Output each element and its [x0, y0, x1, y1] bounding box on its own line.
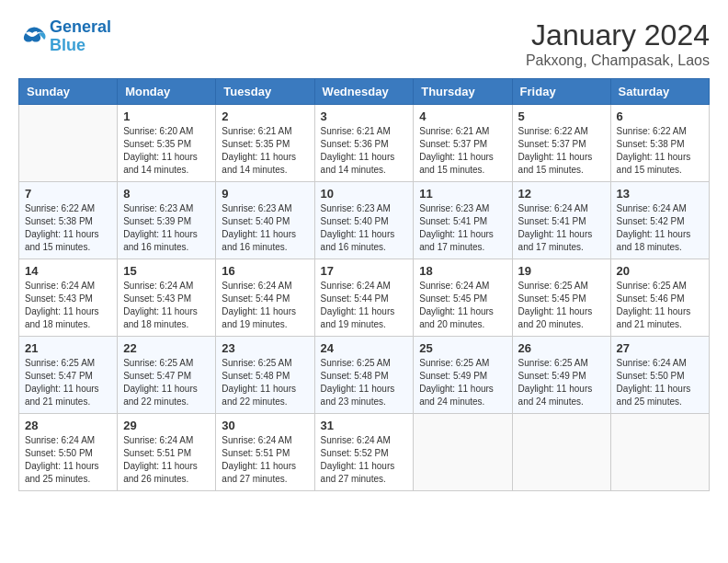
day-number: 24: [321, 341, 408, 355]
calendar-cell: 7Sunrise: 6:22 AM Sunset: 5:38 PM Daylig…: [19, 182, 118, 259]
day-info: Sunrise: 6:22 AM Sunset: 5:37 PM Dayligh…: [518, 125, 605, 177]
logo-text: General Blue: [50, 18, 111, 55]
day-info: Sunrise: 6:21 AM Sunset: 5:37 PM Dayligh…: [419, 125, 506, 177]
calendar-cell: 1Sunrise: 6:20 AM Sunset: 5:35 PM Daylig…: [118, 105, 216, 182]
calendar-week-row: 1Sunrise: 6:20 AM Sunset: 5:35 PM Daylig…: [19, 105, 710, 182]
calendar-week-row: 7Sunrise: 6:22 AM Sunset: 5:38 PM Daylig…: [19, 182, 710, 259]
day-number: 30: [222, 419, 308, 432]
weekday-header-monday: Monday: [118, 79, 216, 105]
day-info: Sunrise: 6:23 AM Sunset: 5:39 PM Dayligh…: [123, 202, 210, 254]
day-number: 31: [321, 419, 408, 432]
calendar-cell: 5Sunrise: 6:22 AM Sunset: 5:37 PM Daylig…: [512, 105, 610, 182]
day-number: 14: [25, 264, 111, 278]
calendar-cell: 26Sunrise: 6:25 AM Sunset: 5:49 PM Dayli…: [512, 337, 610, 414]
calendar-cell: 10Sunrise: 6:23 AM Sunset: 5:40 PM Dayli…: [314, 182, 414, 259]
day-number: 17: [321, 264, 408, 278]
calendar-cell: 9Sunrise: 6:23 AM Sunset: 5:40 PM Daylig…: [216, 182, 314, 259]
day-info: Sunrise: 6:25 AM Sunset: 5:49 PM Dayligh…: [419, 357, 506, 408]
weekday-header-row: SundayMondayTuesdayWednesdayThursdayFrid…: [19, 79, 710, 105]
calendar-cell: 23Sunrise: 6:25 AM Sunset: 5:48 PM Dayli…: [216, 337, 314, 414]
day-info: Sunrise: 6:24 AM Sunset: 5:42 PM Dayligh…: [617, 202, 703, 254]
day-info: Sunrise: 6:25 AM Sunset: 5:45 PM Dayligh…: [518, 280, 605, 331]
day-number: 21: [25, 341, 111, 355]
day-number: 28: [25, 419, 111, 432]
calendar-cell: [610, 414, 709, 491]
day-info: Sunrise: 6:24 AM Sunset: 5:50 PM Dayligh…: [25, 434, 111, 486]
day-info: Sunrise: 6:24 AM Sunset: 5:52 PM Dayligh…: [321, 434, 408, 486]
calendar-cell: 31Sunrise: 6:24 AM Sunset: 5:52 PM Dayli…: [314, 414, 414, 491]
title-block: January 2024 Pakxong, Champasak, Laos: [526, 18, 710, 69]
calendar-cell: 18Sunrise: 6:24 AM Sunset: 5:45 PM Dayli…: [414, 259, 512, 337]
day-number: 9: [222, 187, 308, 201]
logo-icon: [18, 24, 46, 50]
calendar-cell: 14Sunrise: 6:24 AM Sunset: 5:43 PM Dayli…: [19, 259, 118, 337]
day-number: 27: [617, 341, 703, 355]
day-info: Sunrise: 6:25 AM Sunset: 5:47 PM Dayligh…: [25, 357, 111, 408]
day-number: 6: [617, 109, 703, 123]
calendar-cell: 27Sunrise: 6:24 AM Sunset: 5:50 PM Dayli…: [610, 337, 709, 414]
day-info: Sunrise: 6:24 AM Sunset: 5:43 PM Dayligh…: [25, 280, 111, 331]
calendar-cell: 15Sunrise: 6:24 AM Sunset: 5:43 PM Dayli…: [118, 259, 216, 337]
day-number: 11: [419, 187, 506, 201]
calendar-cell: 4Sunrise: 6:21 AM Sunset: 5:37 PM Daylig…: [414, 105, 512, 182]
calendar-cell: 25Sunrise: 6:25 AM Sunset: 5:49 PM Dayli…: [414, 337, 512, 414]
calendar-cell: 21Sunrise: 6:25 AM Sunset: 5:47 PM Dayli…: [19, 337, 118, 414]
weekday-header-saturday: Saturday: [610, 79, 709, 105]
calendar-week-row: 21Sunrise: 6:25 AM Sunset: 5:47 PM Dayli…: [19, 337, 710, 414]
weekday-header-sunday: Sunday: [19, 79, 118, 105]
page-header: General Blue January 2024 Pakxong, Champ…: [18, 18, 710, 69]
day-info: Sunrise: 6:24 AM Sunset: 5:44 PM Dayligh…: [222, 280, 308, 331]
weekday-header-friday: Friday: [512, 79, 610, 105]
day-info: Sunrise: 6:23 AM Sunset: 5:41 PM Dayligh…: [419, 202, 506, 254]
day-number: 16: [222, 264, 308, 278]
day-info: Sunrise: 6:22 AM Sunset: 5:38 PM Dayligh…: [25, 202, 111, 254]
day-info: Sunrise: 6:25 AM Sunset: 5:49 PM Dayligh…: [518, 357, 605, 408]
day-number: 8: [123, 187, 210, 201]
day-number: 13: [617, 187, 703, 201]
day-number: 25: [419, 341, 506, 355]
day-number: 19: [518, 264, 605, 278]
calendar-cell: 6Sunrise: 6:22 AM Sunset: 5:38 PM Daylig…: [610, 105, 709, 182]
day-info: Sunrise: 6:21 AM Sunset: 5:36 PM Dayligh…: [321, 125, 408, 177]
calendar-cell: 29Sunrise: 6:24 AM Sunset: 5:51 PM Dayli…: [118, 414, 216, 491]
weekday-header-thursday: Thursday: [414, 79, 512, 105]
day-number: 3: [321, 109, 408, 123]
day-number: 10: [321, 187, 408, 201]
day-number: 4: [419, 109, 506, 123]
day-info: Sunrise: 6:24 AM Sunset: 5:50 PM Dayligh…: [617, 357, 703, 408]
calendar-cell: 19Sunrise: 6:25 AM Sunset: 5:45 PM Dayli…: [512, 259, 610, 337]
calendar-cell: 24Sunrise: 6:25 AM Sunset: 5:48 PM Dayli…: [314, 337, 414, 414]
calendar-week-row: 28Sunrise: 6:24 AM Sunset: 5:50 PM Dayli…: [19, 414, 710, 491]
calendar-cell: 3Sunrise: 6:21 AM Sunset: 5:36 PM Daylig…: [314, 105, 414, 182]
day-info: Sunrise: 6:20 AM Sunset: 5:35 PM Dayligh…: [123, 125, 210, 177]
day-number: 15: [123, 264, 210, 278]
calendar-cell: 11Sunrise: 6:23 AM Sunset: 5:41 PM Dayli…: [414, 182, 512, 259]
day-number: 2: [222, 109, 308, 123]
calendar-cell: 17Sunrise: 6:24 AM Sunset: 5:44 PM Dayli…: [314, 259, 414, 337]
calendar-cell: 28Sunrise: 6:24 AM Sunset: 5:50 PM Dayli…: [19, 414, 118, 491]
day-info: Sunrise: 6:25 AM Sunset: 5:47 PM Dayligh…: [123, 357, 210, 408]
day-info: Sunrise: 6:24 AM Sunset: 5:43 PM Dayligh…: [123, 280, 210, 331]
calendar-cell: 8Sunrise: 6:23 AM Sunset: 5:39 PM Daylig…: [118, 182, 216, 259]
day-number: 7: [25, 187, 111, 201]
day-number: 18: [419, 264, 506, 278]
day-number: 1: [123, 109, 210, 123]
calendar-cell: 12Sunrise: 6:24 AM Sunset: 5:41 PM Dayli…: [512, 182, 610, 259]
day-info: Sunrise: 6:25 AM Sunset: 5:48 PM Dayligh…: [222, 357, 308, 408]
month-year-title: January 2024: [526, 18, 710, 52]
day-info: Sunrise: 6:24 AM Sunset: 5:51 PM Dayligh…: [222, 434, 308, 486]
calendar-cell: [512, 414, 610, 491]
calendar-cell: 2Sunrise: 6:21 AM Sunset: 5:35 PM Daylig…: [216, 105, 314, 182]
logo: General Blue: [18, 18, 111, 55]
day-info: Sunrise: 6:21 AM Sunset: 5:35 PM Dayligh…: [222, 125, 308, 177]
calendar-cell: 22Sunrise: 6:25 AM Sunset: 5:47 PM Dayli…: [118, 337, 216, 414]
day-info: Sunrise: 6:23 AM Sunset: 5:40 PM Dayligh…: [321, 202, 408, 254]
calendar-cell: 13Sunrise: 6:24 AM Sunset: 5:42 PM Dayli…: [610, 182, 709, 259]
day-info: Sunrise: 6:25 AM Sunset: 5:46 PM Dayligh…: [617, 280, 703, 331]
location-subtitle: Pakxong, Champasak, Laos: [526, 52, 710, 69]
day-info: Sunrise: 6:23 AM Sunset: 5:40 PM Dayligh…: [222, 202, 308, 254]
day-number: 26: [518, 341, 605, 355]
calendar-cell: 30Sunrise: 6:24 AM Sunset: 5:51 PM Dayli…: [216, 414, 314, 491]
day-info: Sunrise: 6:25 AM Sunset: 5:48 PM Dayligh…: [321, 357, 408, 408]
day-number: 22: [123, 341, 210, 355]
